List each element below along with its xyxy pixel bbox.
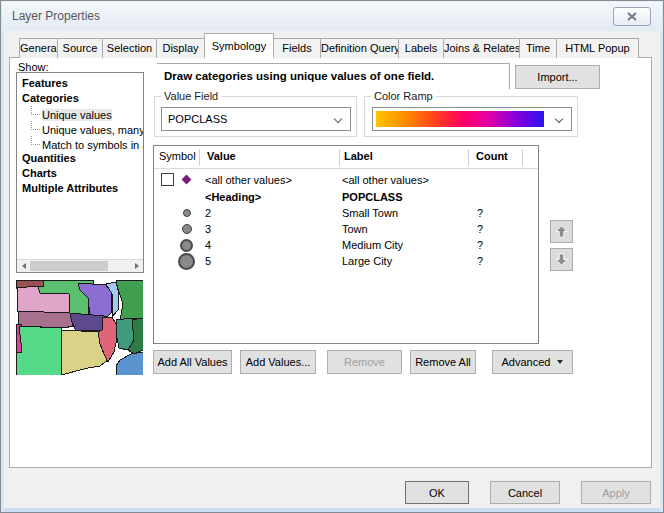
color-ramp-label: Color Ramp: [371, 90, 436, 102]
remove-all-button[interactable]: Remove All: [410, 350, 476, 374]
symbology-tab-page: Show: Features Categories Unique values …: [9, 57, 652, 468]
scroll-left-arrow[interactable]: [17, 260, 30, 272]
table-row[interactable]: <all other values> <all other values>: [155, 172, 537, 189]
tab-selection[interactable]: Selection: [102, 38, 157, 58]
tab-fields[interactable]: Fields: [273, 38, 321, 58]
show-item-categories[interactable]: Categories: [17, 91, 143, 106]
table-row[interactable]: 5 Large City ?: [155, 253, 537, 270]
column-divider: [199, 149, 200, 166]
apply-button[interactable]: Apply: [581, 481, 651, 504]
color-ramp-gradient: [376, 111, 544, 127]
tab-strip: General Source Selection Display Symbolo…: [19, 34, 638, 58]
value-field-combobox[interactable]: POPCLASS: [161, 107, 351, 131]
scrollbar-thumb[interactable]: [30, 261, 108, 271]
chevron-down-icon: [334, 115, 342, 123]
table-row-heading[interactable]: <Heading> POPCLASS: [155, 189, 537, 206]
add-values-button[interactable]: Add Values...: [240, 350, 316, 374]
triangle-left-icon: [22, 263, 26, 269]
tab-definition-query[interactable]: Definition Query: [320, 38, 399, 58]
scroll-right-arrow[interactable]: [130, 260, 143, 272]
color-ramp-group: Color Ramp: [364, 96, 578, 137]
ok-button[interactable]: OK: [405, 481, 469, 504]
show-item-multiple-attributes[interactable]: Multiple Attributes: [17, 181, 143, 196]
tab-joins-relates[interactable]: Joins & Relates: [443, 38, 520, 58]
description-box: Draw categories using unique values of o…: [157, 63, 510, 89]
all-other-values-checkbox[interactable]: [161, 173, 174, 186]
remove-button[interactable]: Remove: [327, 350, 402, 374]
column-label: Label: [344, 150, 373, 162]
show-item-features[interactable]: Features: [17, 76, 143, 91]
table-row[interactable]: 4 Medium City ?: [155, 237, 537, 254]
column-divider: [339, 149, 340, 166]
tab-time[interactable]: Time: [519, 38, 557, 58]
value-field-label: Value Field: [161, 90, 221, 102]
show-item-charts[interactable]: Charts: [17, 166, 143, 181]
tab-source[interactable]: Source: [57, 38, 103, 58]
advanced-button[interactable]: Advanced: [492, 350, 573, 374]
tab-general[interactable]: General: [19, 38, 58, 58]
tree-elbow-icon: [31, 106, 40, 115]
cancel-button[interactable]: Cancel: [490, 481, 560, 504]
close-button[interactable]: [613, 7, 651, 26]
column-value: Value: [207, 150, 236, 162]
symbol-table: Symbol Value Label Count <all other valu…: [153, 145, 539, 344]
value-field-selected: POPCLASS: [168, 113, 227, 125]
chevron-down-icon: [555, 115, 563, 123]
tab-labels[interactable]: Labels: [398, 38, 444, 58]
window-title: Layer Properties: [12, 9, 100, 23]
arrow-up-icon: [554, 224, 569, 239]
show-item-unique-values[interactable]: Unique values: [17, 106, 143, 121]
diamond-symbol-icon[interactable]: [182, 175, 192, 185]
tree-elbow-icon: [31, 121, 40, 130]
column-count: Count: [476, 150, 508, 162]
map-preview-image: [16, 280, 143, 375]
circle-symbol-icon[interactable]: [183, 209, 191, 217]
triangle-right-icon: [135, 263, 139, 269]
table-row[interactable]: 3 Town ?: [155, 221, 537, 238]
table-row[interactable]: 2 Small Town ?: [155, 205, 537, 222]
tab-symbology[interactable]: Symbology: [204, 33, 274, 58]
value-field-group: Value Field POPCLASS: [154, 96, 357, 137]
column-symbol: Symbol: [159, 150, 196, 162]
description-text: Draw categories using unique values of o…: [164, 70, 434, 82]
move-down-button[interactable]: [550, 248, 573, 271]
circle-symbol-icon[interactable]: [180, 239, 193, 252]
advanced-button-label: Advanced: [502, 356, 551, 368]
show-item-unique-values-many[interactable]: Unique values, many: [17, 121, 143, 136]
show-list-hscrollbar[interactable]: [17, 259, 143, 272]
tree-elbow-icon: [31, 136, 40, 145]
caret-down-icon: [557, 360, 563, 364]
circle-symbol-icon[interactable]: [178, 253, 195, 270]
circle-symbol-icon[interactable]: [182, 224, 192, 234]
show-list: Features Categories Unique values Unique…: [16, 72, 144, 273]
color-ramp-combobox[interactable]: [372, 107, 572, 131]
add-all-values-button[interactable]: Add All Values: [153, 350, 232, 374]
symbol-table-header: Symbol Value Label Count: [154, 146, 538, 169]
arrow-down-icon: [554, 252, 569, 267]
move-up-button[interactable]: [550, 220, 573, 243]
show-item-quantities[interactable]: Quantities: [17, 151, 143, 166]
show-item-match-symbols[interactable]: Match to symbols in a: [17, 136, 143, 151]
tab-display[interactable]: Display: [156, 38, 205, 58]
import-button[interactable]: Import...: [515, 65, 600, 89]
tab-html-popup[interactable]: HTML Popup: [556, 38, 639, 58]
close-icon: [627, 12, 637, 21]
title-bar[interactable]: Layer Properties: [2, 2, 662, 31]
column-divider: [468, 149, 469, 166]
layer-properties-dialog: Layer Properties General Source Selectio…: [0, 0, 664, 513]
column-divider: [522, 149, 523, 166]
